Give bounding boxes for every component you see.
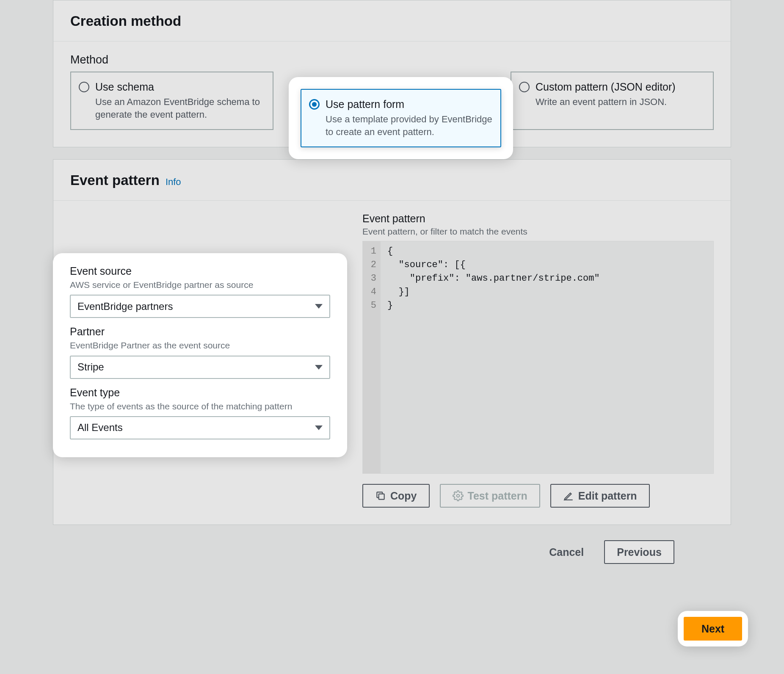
radio-icon: [519, 82, 530, 92]
event-pattern-title: Event pattern: [70, 172, 160, 188]
event-source-value: EventBridge partners: [77, 301, 173, 312]
pencil-icon: [563, 490, 574, 501]
event-type-hint: The type of events as the source of the …: [70, 401, 330, 412]
option-title: Use schema: [95, 81, 265, 93]
highlight-event-source-form: Event source AWS service or EventBridge …: [53, 253, 347, 457]
method-option-use-schema[interactable]: Use schema Use an Amazon EventBridge sch…: [70, 72, 273, 130]
wizard-actions: Cancel Previous Next: [53, 537, 731, 581]
event-source-dropdown[interactable]: EventBridge partners: [70, 295, 330, 318]
event-type-value: All Events: [77, 422, 123, 434]
event-type-label: Event type: [70, 387, 330, 399]
partner-label: Partner: [70, 326, 330, 338]
option-desc: Use a template provided by EventBridge t…: [326, 113, 493, 138]
code-content: { "source": [{ "prefix": "aws.partner/st…: [381, 241, 607, 473]
panel-header-event-pattern: Event pattern Info: [53, 160, 731, 201]
chevron-down-icon: [315, 425, 323, 430]
test-pattern-button[interactable]: Test pattern: [440, 484, 540, 508]
pattern-label: Event pattern: [362, 213, 714, 225]
line-gutter: 1 2 3 4 5: [363, 241, 381, 473]
chevron-down-icon: [315, 365, 323, 370]
radio-icon-selected: [309, 99, 320, 110]
radio-icon: [79, 82, 89, 92]
copy-button[interactable]: Copy: [362, 484, 430, 508]
highlight-next-button: Next: [678, 611, 748, 646]
event-source-hint: AWS service or EventBridge partner as so…: [70, 279, 330, 290]
method-option-custom-pattern[interactable]: Custom pattern (JSON editor) Write an ev…: [511, 72, 714, 130]
previous-button[interactable]: Previous: [604, 540, 674, 564]
copy-icon: [375, 490, 386, 501]
gear-icon: [453, 490, 464, 501]
partner-dropdown[interactable]: Stripe: [70, 356, 330, 379]
edit-pattern-button[interactable]: Edit pattern: [550, 484, 650, 508]
next-button[interactable]: Next: [684, 617, 742, 641]
method-label: Method: [70, 53, 714, 66]
pattern-code-editor[interactable]: 1 2 3 4 5 { "source": [{ "prefix": "aws.…: [362, 241, 714, 474]
cancel-button[interactable]: Cancel: [537, 540, 596, 564]
partner-value: Stripe: [77, 361, 104, 373]
event-type-dropdown[interactable]: All Events: [70, 416, 330, 439]
info-link[interactable]: Info: [166, 177, 181, 188]
option-title: Custom pattern (JSON editor): [536, 81, 705, 93]
chevron-down-icon: [315, 304, 323, 309]
option-desc: Write an event pattern in JSON.: [536, 96, 705, 108]
option-desc: Use an Amazon EventBridge schema to gene…: [95, 96, 265, 121]
partner-hint: EventBridge Partner as the event source: [70, 340, 330, 351]
panel-header-creation: Creation method: [53, 0, 731, 41]
creation-method-title: Creation method: [70, 13, 714, 29]
highlight-use-pattern-form: Use pattern form Use a template provided…: [289, 77, 513, 159]
svg-point-1: [456, 494, 459, 497]
svg-rect-0: [379, 494, 384, 500]
option-title: Use pattern form: [326, 98, 493, 110]
pattern-hint: Event pattern, or filter to match the ev…: [362, 227, 714, 237]
method-option-use-pattern-form[interactable]: Use pattern form Use a template provided…: [301, 89, 501, 147]
event-source-label: Event source: [70, 265, 330, 277]
